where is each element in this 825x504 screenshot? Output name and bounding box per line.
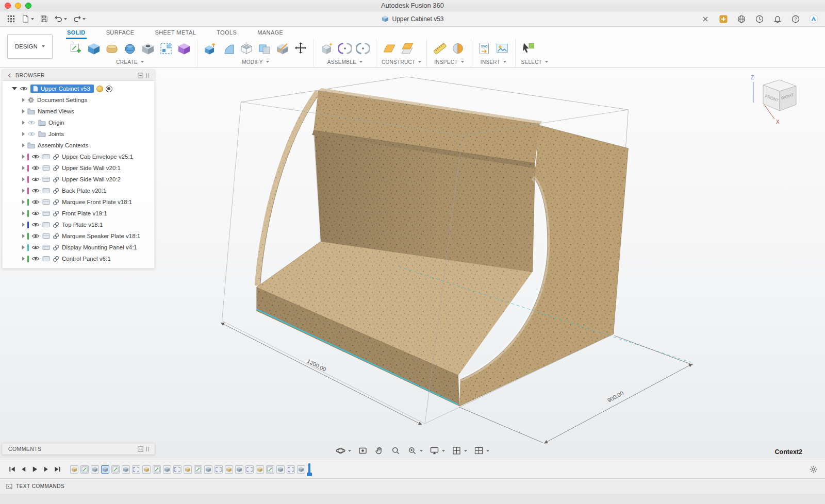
- timeline-feature-4-feature[interactable]: [101, 465, 109, 474]
- zoom-button[interactable]: [391, 446, 401, 456]
- active-document-pill[interactable]: Upper Cabinet v53: [30, 85, 94, 93]
- browser-item-control-panel-v6-1[interactable]: Control Panel v6:1: [3, 253, 154, 264]
- timeline-feature-21-feature[interactable]: [276, 465, 285, 474]
- expand-caret-icon[interactable]: [22, 155, 25, 159]
- new-component-button[interactable]: [319, 41, 335, 56]
- expand-caret-icon[interactable]: [22, 200, 25, 204]
- timeline-feature-7-joint[interactable]: [132, 465, 140, 474]
- minimize-window-button[interactable]: [15, 3, 21, 9]
- group-label-assemble[interactable]: ASSEMBLE: [319, 58, 371, 66]
- extrude-button[interactable]: [86, 41, 102, 56]
- revolve-button[interactable]: [122, 41, 138, 56]
- appbar-notifications-button[interactable]: [771, 13, 784, 25]
- expand-caret-icon[interactable]: [22, 121, 25, 125]
- qat-save-button[interactable]: [38, 13, 50, 24]
- expand-caret-icon[interactable]: [22, 257, 25, 261]
- appbar-profile-button[interactable]: [807, 13, 820, 25]
- timeline-feature-12-component[interactable]: [184, 465, 192, 474]
- timeline-skip-start-button[interactable]: [6, 464, 18, 475]
- timeline-step-forward-button[interactable]: [40, 464, 52, 475]
- browser-dock-icon[interactable]: [144, 72, 151, 79]
- comments-minimize-icon[interactable]: [137, 445, 144, 452]
- browser-item-front-plate-v19-1[interactable]: Front Plate v19:1: [3, 208, 154, 219]
- text-commands-bar[interactable]: TEXT COMMANDS: [0, 478, 825, 494]
- visibility-eye-icon[interactable]: [20, 86, 28, 92]
- expand-caret-icon[interactable]: [22, 98, 25, 102]
- hole-button[interactable]: [140, 41, 156, 56]
- timeline-step-back-button[interactable]: [18, 464, 29, 475]
- visibility-eye-icon[interactable]: [31, 244, 40, 250]
- timeline-feature-17-feature[interactable]: [235, 465, 243, 474]
- primitive-box-button[interactable]: [176, 41, 192, 56]
- group-label-inspect[interactable]: INSPECT: [432, 58, 466, 66]
- tab-sheet-metal[interactable]: SHEET METAL: [154, 29, 197, 39]
- expand-caret-icon[interactable]: [22, 132, 25, 136]
- timeline-feature-5-sketch[interactable]: [111, 465, 120, 474]
- collapse-browser-icon[interactable]: [6, 72, 13, 79]
- pan-button[interactable]: [374, 446, 384, 456]
- expand-caret-icon[interactable]: [12, 87, 17, 90]
- workspace-selector[interactable]: DESIGN: [7, 34, 53, 59]
- comments-dock-icon[interactable]: [144, 445, 151, 452]
- insert-svg-button[interactable]: SVG: [476, 41, 492, 56]
- model-cabinet[interactable]: [256, 88, 691, 406]
- display-settings-button[interactable]: [430, 446, 445, 456]
- timeline-skip-end-button[interactable]: [52, 464, 63, 475]
- canvas-button[interactable]: [494, 41, 510, 56]
- view-cube[interactable]: Z FRONT RIGHT X: [748, 73, 805, 126]
- visibility-eye-icon[interactable]: [31, 165, 40, 171]
- expand-caret-icon[interactable]: [22, 143, 25, 147]
- qat-app-launcher-button[interactable]: [5, 13, 17, 24]
- group-label-modify[interactable]: MODIFY: [203, 58, 308, 66]
- appbar-new-document-tab-button[interactable]: [717, 13, 730, 25]
- timeline-feature-3-feature[interactable]: [91, 465, 99, 474]
- construction-plane-button[interactable]: [382, 41, 397, 56]
- browser-item-named-views[interactable]: Named Views: [3, 106, 154, 117]
- qat-file-menu-button[interactable]: [20, 13, 36, 24]
- visibility-eye-icon[interactable]: [31, 256, 40, 262]
- qat-redo-button[interactable]: [71, 13, 87, 24]
- appbar-web-browser-button[interactable]: [735, 13, 748, 25]
- dimension-depth-label[interactable]: 900.00: [606, 390, 624, 403]
- tab-tools[interactable]: TOOLS: [216, 29, 238, 39]
- timeline-settings-gear-icon[interactable]: [807, 464, 819, 475]
- select-button[interactable]: [521, 41, 536, 56]
- section-analysis-button[interactable]: [450, 41, 466, 56]
- timeline-feature-18-joint[interactable]: [245, 465, 254, 474]
- expand-caret-icon[interactable]: [22, 223, 25, 227]
- browser-item-marquee-speaker-plate-v18-1[interactable]: Marquee Speaker Plate v18:1: [3, 230, 154, 242]
- press-pull-button[interactable]: [203, 41, 218, 56]
- browser-item-back-plate-v20-1[interactable]: Back Plate v20:1: [3, 185, 154, 196]
- expand-caret-icon[interactable]: [22, 234, 25, 238]
- document-tab[interactable]: Upper Cabinet v53: [381, 11, 443, 26]
- visibility-eye-icon[interactable]: [31, 199, 40, 205]
- appbar-close-document-button[interactable]: [699, 13, 712, 25]
- browser-item-upper-side-wall-v20-1[interactable]: Upper Side Wall v20:1: [3, 162, 154, 174]
- tab-solid[interactable]: SOLID: [66, 29, 87, 39]
- expand-caret-icon[interactable]: [22, 109, 25, 113]
- timeline-feature-11-joint[interactable]: [173, 465, 182, 474]
- appbar-help-button[interactable]: ?: [789, 13, 802, 25]
- comments-panel[interactable]: COMMENTS: [2, 443, 155, 455]
- timeline-feature-9-sketch[interactable]: [153, 465, 161, 474]
- timeline-feature-22-joint[interactable]: [287, 465, 295, 474]
- split-body-button[interactable]: [275, 41, 290, 56]
- browser-minimize-icon[interactable]: [137, 72, 144, 79]
- visibility-eye-icon[interactable]: [31, 154, 40, 160]
- visibility-eye-icon[interactable]: [31, 233, 40, 239]
- zoom-window-button[interactable]: [25, 3, 31, 9]
- visibility-eye-icon[interactable]: [31, 222, 40, 228]
- move-copy-button[interactable]: [293, 41, 308, 56]
- expand-caret-icon[interactable]: [22, 245, 25, 249]
- tab-manage[interactable]: MANAGE: [256, 29, 284, 39]
- timeline-feature-23-feature[interactable]: [297, 465, 305, 474]
- close-window-button[interactable]: [5, 3, 11, 9]
- orbit-button[interactable]: [336, 446, 351, 456]
- viewports-button[interactable]: [474, 446, 489, 456]
- rectangular-pattern-button[interactable]: [158, 41, 174, 56]
- visibility-eye-icon[interactable]: [31, 210, 40, 216]
- browser-item-top-plate-v18-1[interactable]: Top Plate v18:1: [3, 219, 154, 230]
- browser-item-assembly-contexts[interactable]: Assembly Contexts: [3, 140, 154, 151]
- browser-item-joints[interactable]: Joints: [3, 128, 154, 140]
- joint-button[interactable]: [337, 41, 353, 56]
